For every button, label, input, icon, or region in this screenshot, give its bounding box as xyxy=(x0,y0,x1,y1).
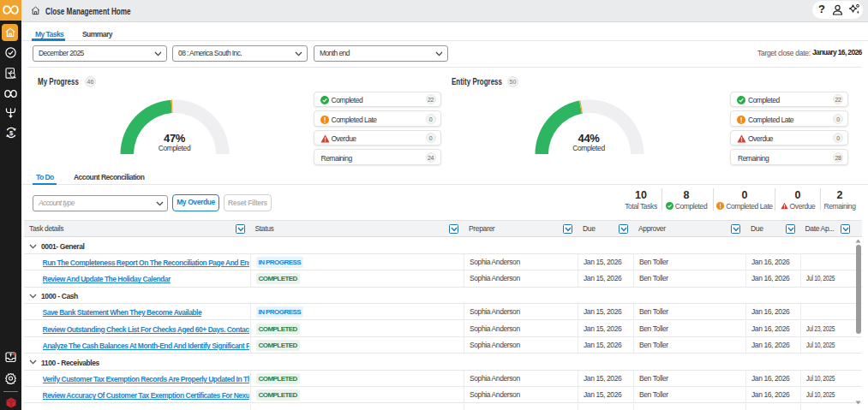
svg-text:$: $ xyxy=(9,129,13,137)
